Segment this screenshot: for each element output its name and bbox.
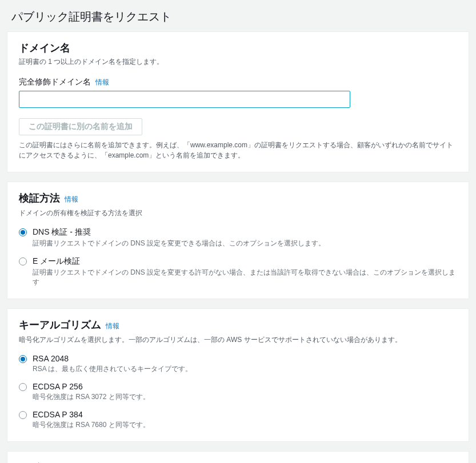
domain-desc: 証明書の 1 つ以上のドメイン名を指定します。 (19, 57, 457, 67)
algorithm-radio-rsa2048[interactable]: RSA 2048 RSA は、最も広く使用されているキータイプです。 (19, 354, 457, 374)
validation-title: 検証方法 (19, 191, 60, 205)
validation-panel: 検証方法 情報 ドメインの所有権を検証する方法を選択 DNS 検証 - 推奨 証… (7, 182, 469, 299)
fqdn-input[interactable] (19, 91, 350, 108)
algorithm-panel: キーアルゴリズム 情報 暗号化アルゴリズムを選択します。一部のアルゴリズムは、一… (7, 308, 469, 442)
page-title: パブリック証明書をリクエスト (0, 0, 476, 31)
algorithm-radio-group: RSA 2048 RSA は、最も広く使用されているキータイプです。 ECDSA… (19, 354, 457, 430)
radio-desc: RSA は、最も広く使用されているキータイプです。 (33, 364, 457, 374)
add-name-button[interactable]: この証明書に別の名前を追加 (19, 118, 142, 135)
validation-desc: ドメインの所有権を検証する方法を選択 (19, 208, 457, 218)
radio-label: RSA 2048 (33, 354, 457, 363)
validation-radio-dns[interactable]: DNS 検証 - 推奨 証明書リクエストでドメインの DNS 設定を変更できる場… (19, 227, 457, 248)
radio-label: ECDSA P 256 (33, 382, 457, 391)
algorithm-info-link[interactable]: 情報 (106, 321, 119, 331)
radio-icon (19, 257, 27, 265)
radio-desc: 証明書リクエストでドメインの DNS 設定を変更する許可がない場合、または当該許… (33, 268, 457, 287)
radio-icon (19, 411, 27, 419)
radio-icon (19, 228, 27, 236)
tags-panel: タグ 情報 証明書の管理に役立つように、オプションで各リソースには独自のメタデー… (7, 451, 469, 463)
fqdn-info-link[interactable]: 情報 (95, 78, 109, 87)
algorithm-radio-ecdsa256[interactable]: ECDSA P 256 暗号化強度は RSA 3072 と同等です。 (19, 382, 457, 402)
domain-help: この証明書にはさらに名前を追加できます。例えば、「www.example.com… (19, 140, 457, 160)
algorithm-title: キーアルゴリズム (19, 318, 101, 332)
validation-info-link[interactable]: 情報 (65, 195, 78, 204)
radio-desc: 証明書リクエストでドメインの DNS 設定を変更できる場合は、このオプションを選… (33, 239, 457, 248)
radio-desc: 暗号化強度は RSA 3072 と同等です。 (33, 392, 457, 402)
radio-desc: 暗号化強度は RSA 7680 と同等です。 (33, 420, 457, 430)
radio-icon (19, 383, 27, 391)
radio-label: ECDSA P 384 (33, 410, 457, 419)
validation-radio-email[interactable]: E メール検証 証明書リクエストでドメインの DNS 設定を変更する許可がない場… (19, 256, 457, 287)
radio-icon (19, 355, 27, 363)
fqdn-label: 完全修飾ドメイン名 (19, 77, 91, 87)
radio-label: DNS 検証 - 推奨 (33, 227, 457, 237)
domain-panel: ドメイン名 証明書の 1 つ以上のドメイン名を指定します。 完全修飾ドメイン名 … (7, 31, 469, 172)
algorithm-desc: 暗号化アルゴリズムを選択します。一部のアルゴリズムは、一部の AWS サービスで… (19, 335, 457, 345)
radio-label: E メール検証 (33, 256, 457, 267)
tags-title: タグ (19, 461, 39, 463)
algorithm-radio-ecdsa384[interactable]: ECDSA P 384 暗号化強度は RSA 7680 と同等です。 (19, 410, 457, 430)
domain-title: ドメイン名 (19, 41, 457, 55)
validation-radio-group: DNS 検証 - 推奨 証明書リクエストでドメインの DNS 設定を変更できる場… (19, 227, 457, 287)
